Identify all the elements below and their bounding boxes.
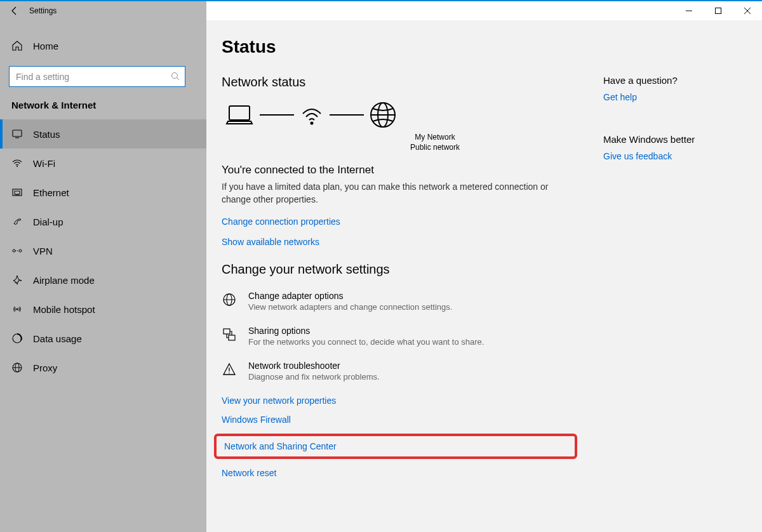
diagram-line <box>260 114 294 116</box>
sidebar-item-label: Ethernet <box>33 187 69 198</box>
sidebar-item-label: Mobile hotspot <box>33 304 95 315</box>
minimize-icon <box>685 7 693 15</box>
search-box[interactable] <box>9 66 185 87</box>
close-icon <box>744 7 751 15</box>
sharing-options[interactable]: Sharing options For the networks you con… <box>222 326 577 347</box>
svg-point-13 <box>19 249 22 252</box>
setting-title: Network troubleshooter <box>248 361 380 371</box>
airplane-icon <box>11 274 23 286</box>
network-type: Public network <box>293 143 577 153</box>
svg-point-21 <box>311 122 314 125</box>
adapter-icon <box>222 291 237 312</box>
sharing-icon <box>222 326 237 347</box>
sidebar-item-vpn[interactable]: VPN <box>0 236 206 265</box>
svg-point-2 <box>172 73 178 79</box>
svg-rect-29 <box>229 335 235 340</box>
highlighted-link-box: Network and Sharing Center <box>214 434 577 459</box>
sidebar-item-label: Proxy <box>33 362 57 373</box>
arrow-left-icon <box>10 6 20 16</box>
right-pane: Have a question? Get help Make Windows b… <box>603 75 737 193</box>
diagram-labels: My Network Public network <box>293 133 577 152</box>
sidebar-item-label: Dial-up <box>33 216 64 227</box>
close-button[interactable] <box>733 1 762 20</box>
data-usage-icon <box>11 333 23 344</box>
network-troubleshooter[interactable]: Network troubleshooter Diagnose and fix … <box>222 361 577 382</box>
show-available-networks-link[interactable]: Show available networks <box>222 237 319 247</box>
window-title: Settings <box>29 6 57 15</box>
home-nav[interactable]: Home <box>0 33 206 58</box>
sidebar-item-label: Status <box>33 129 60 140</box>
ethernet-icon <box>11 187 23 198</box>
change-settings-heading: Change your network settings <box>222 262 577 277</box>
change-connection-properties-link[interactable]: Change connection properties <box>222 216 340 227</box>
home-icon <box>11 40 23 51</box>
page-title: Status <box>222 37 577 57</box>
svg-point-12 <box>13 249 15 252</box>
minimize-button[interactable] <box>674 1 704 20</box>
globe-icon <box>369 101 397 129</box>
diagram-line <box>330 114 364 116</box>
sidebar-item-proxy[interactable]: Proxy <box>0 353 206 382</box>
svg-point-15 <box>17 309 18 310</box>
sidebar-category: Network & Internet <box>0 95 206 119</box>
view-network-properties-link[interactable]: View your network properties <box>222 396 577 406</box>
proxy-icon <box>11 362 23 373</box>
wifi-icon <box>11 157 23 169</box>
network-name: My Network <box>293 133 577 143</box>
sidebar-item-ethernet[interactable]: Ethernet <box>0 178 206 207</box>
titlebar: Settings <box>0 1 762 20</box>
maximize-icon <box>714 7 722 15</box>
svg-rect-28 <box>224 329 230 334</box>
change-adapter-options[interactable]: Change adapter options View network adap… <box>222 291 577 312</box>
vpn-icon <box>11 245 23 256</box>
troubleshooter-icon <box>222 361 237 382</box>
sidebar-item-datausage[interactable]: Data usage <box>0 324 206 353</box>
setting-desc: For the networks you connect to, decide … <box>248 337 484 347</box>
sidebar-item-wifi[interactable]: Wi-Fi <box>0 149 206 178</box>
maximize-button[interactable] <box>704 1 733 20</box>
connected-heading: You're connected to the Internet <box>222 164 577 176</box>
svg-point-31 <box>229 372 230 373</box>
network-diagram <box>224 101 577 129</box>
sidebar-item-label: Wi-Fi <box>33 158 55 169</box>
search-input[interactable] <box>15 71 180 83</box>
svg-rect-20 <box>229 106 250 120</box>
sidebar-item-label: VPN <box>33 246 53 256</box>
laptop-icon <box>224 102 255 128</box>
svg-rect-8 <box>15 191 20 194</box>
windows-firewall-link[interactable]: Windows Firewall <box>222 415 577 425</box>
hotspot-icon <box>11 303 23 315</box>
setting-desc: Diagnose and fix network problems. <box>248 372 380 382</box>
status-icon <box>11 128 23 140</box>
content-area: Status Network status My Network Public … <box>206 20 762 532</box>
setting-desc: View network adapters and change connect… <box>248 302 452 312</box>
sidebar-item-label: Airplane mode <box>33 275 95 286</box>
dialup-icon <box>11 216 23 227</box>
back-button[interactable] <box>0 1 29 20</box>
get-help-link[interactable]: Get help <box>603 92 637 102</box>
sidebar-item-hotspot[interactable]: Mobile hotspot <box>0 295 206 324</box>
network-reset-link[interactable]: Network reset <box>222 468 577 478</box>
svg-rect-1 <box>716 8 721 14</box>
feedback-link[interactable]: Give us feedback <box>603 151 672 161</box>
wifi-router-icon <box>299 102 324 128</box>
svg-point-6 <box>17 166 18 167</box>
sidebar: Home Network & Internet Status Wi-Fi Eth… <box>0 20 206 532</box>
home-label: Home <box>33 41 58 51</box>
network-status-heading: Network status <box>222 75 577 90</box>
connected-description: If you have a limited data plan, you can… <box>222 180 577 206</box>
svg-line-3 <box>177 78 180 81</box>
network-sharing-center-link[interactable]: Network and Sharing Center <box>224 441 337 451</box>
sidebar-item-dialup[interactable]: Dial-up <box>0 207 206 236</box>
sidebar-item-label: Data usage <box>33 333 82 344</box>
svg-rect-4 <box>13 130 22 136</box>
sidebar-item-airplane[interactable]: Airplane mode <box>0 265 206 295</box>
better-heading: Make Windows better <box>603 134 737 145</box>
setting-title: Sharing options <box>248 326 484 336</box>
question-heading: Have a question? <box>603 75 737 86</box>
search-icon <box>171 72 180 81</box>
sidebar-item-status[interactable]: Status <box>0 119 206 149</box>
setting-title: Change adapter options <box>248 291 452 301</box>
